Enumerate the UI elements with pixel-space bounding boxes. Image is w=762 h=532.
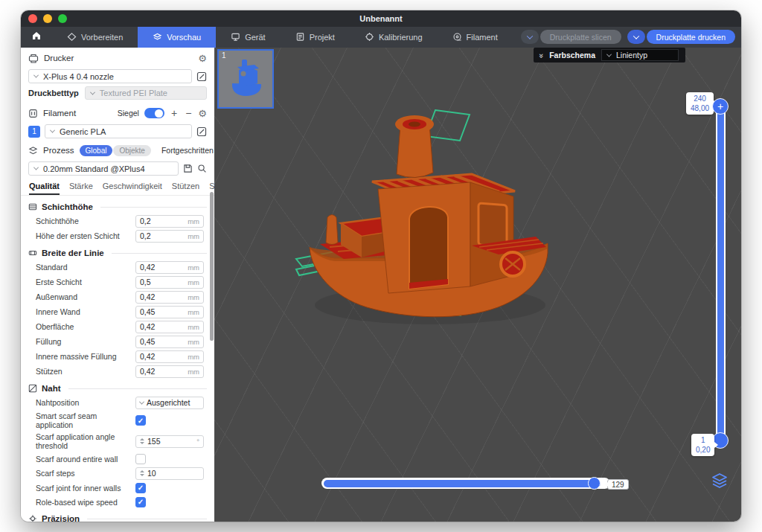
filament-icon <box>452 32 462 43</box>
tab-projekt[interactable]: Projekt <box>281 27 350 48</box>
line-width-first-layer-field[interactable]: 0,5mm <box>135 276 204 289</box>
line-width-default-field[interactable]: 0,42mm <box>135 261 204 274</box>
print-dropdown-button[interactable] <box>627 30 645 44</box>
section-naht: Naht <box>28 384 207 393</box>
settings-tabs: Qualität Stärke Geschwindigkeit Stützen … <box>21 179 214 196</box>
param-row: Innere Wand 0,45mm <box>21 304 214 319</box>
param-row: Nahtposition Ausgerichtet <box>21 395 214 410</box>
tab-kalibrierung[interactable]: Kalibrierung <box>350 27 438 48</box>
printer-preset-select[interactable]: X-Plus 4 0.4 nozzle <box>28 69 192 83</box>
printer-header: Drucker ⚙ <box>21 49 214 67</box>
param-row: Höhe der ersten Schicht 0,2mm <box>21 228 214 243</box>
scarf-steps-spinner[interactable]: 10 <box>135 467 204 480</box>
scope-objects-pill[interactable]: Objekte <box>113 145 150 156</box>
chevron-down-icon <box>50 128 55 133</box>
settings-sidebar: Drucker ⚙ X-Plus 4 0.4 nozzle Druckbettt… <box>21 48 214 522</box>
section-praezision: Präzision <box>28 514 207 522</box>
remove-filament-button[interactable]: − <box>184 108 193 118</box>
step-slider-track[interactable] <box>321 478 610 489</box>
param-row: Scarf application angle threshold 155° <box>21 431 214 452</box>
tab-filament[interactable]: Filament <box>438 27 513 48</box>
role-based-wipe-speed-checkbox[interactable] <box>135 497 146 507</box>
scarf-entire-wall-checkbox[interactable] <box>135 454 146 464</box>
tab-vorschau[interactable]: Vorschau <box>138 27 216 48</box>
bed-type-select[interactable]: Textured PEI Plate <box>85 86 207 100</box>
first-layer-height-field[interactable]: 0,2mm <box>135 230 204 243</box>
layer-slider-bottom-tooltip: 1 0,20 <box>691 434 714 456</box>
layers-icon <box>711 472 729 490</box>
seal-toggle[interactable] <box>144 108 164 118</box>
tab-geraet[interactable]: Gerät <box>216 27 281 48</box>
benchy-model[interactable] <box>289 106 557 329</box>
param-row: Außenwand 0,42mm <box>21 289 214 304</box>
tab-vorbereiten[interactable]: Vorbereiten <box>52 27 138 48</box>
calibration-icon <box>365 32 374 43</box>
tab-geschwindigkeit[interactable]: Geschwindigkeit <box>103 182 162 195</box>
line-width-icon <box>28 249 37 257</box>
bed-type-label: Druckbetttyp <box>28 89 79 97</box>
search-settings-icon[interactable] <box>197 164 207 173</box>
preview-viewport[interactable]: 1 » Farbschema L <box>214 48 741 522</box>
edit-filament-icon[interactable] <box>196 126 207 137</box>
printer-settings-gear-icon[interactable]: ⚙ <box>198 54 207 63</box>
param-row: Scarf joint for inner walls <box>21 481 214 495</box>
param-row: Scarf steps 10 <box>21 466 214 481</box>
tab-staerke[interactable]: Stärke <box>69 182 93 195</box>
slice-split-button: Druckplatte slicen <box>521 30 621 44</box>
plus-icon: + <box>717 101 723 112</box>
spinner-arrows-icon[interactable] <box>140 438 144 444</box>
layers-view-button[interactable] <box>709 470 730 491</box>
add-filament-button[interactable]: + <box>170 108 179 118</box>
advanced-label: Fortgeschritten <box>161 146 214 155</box>
plate-thumbnail[interactable]: 1 <box>217 49 274 109</box>
slice-plate-button[interactable]: Druckplatte slicen <box>540 30 621 44</box>
filament-slot-badge[interactable]: 1 <box>28 126 40 138</box>
sidebar-scrollbar[interactable] <box>210 192 214 341</box>
param-row: Innere massive Füllung 0,42mm <box>21 349 214 364</box>
print-split-button: Druckplatte drucken <box>627 30 735 44</box>
layer-slider-top-handle[interactable]: + <box>712 98 729 115</box>
line-width-outer-wall-field[interactable]: 0,42mm <box>135 291 204 304</box>
precision-icon <box>28 514 37 522</box>
chevron-down-icon <box>606 51 612 57</box>
home-icon <box>31 31 42 44</box>
filament-spool-icon <box>28 109 38 118</box>
seam-position-select[interactable]: Ausgerichtet <box>135 397 204 409</box>
line-width-infill-field[interactable]: 0,45mm <box>135 336 204 348</box>
layer-height-field[interactable]: 0,2mm <box>135 215 204 228</box>
spinner-arrows-icon[interactable] <box>140 470 144 476</box>
param-row: Erste Schicht 0,5mm <box>21 275 214 289</box>
line-width-top-surface-field[interactable]: 0,42mm <box>135 321 204 333</box>
scarf-inner-walls-checkbox[interactable] <box>135 483 146 493</box>
print-plate-button[interactable]: Druckplatte drucken <box>647 30 735 44</box>
tab-stuetzen[interactable]: Stützen <box>172 182 199 195</box>
param-row: Stützen 0,42mm <box>21 364 214 379</box>
app-window: Unbenannt Vorbereiten Vorschau Gerät Pro… <box>21 10 741 522</box>
project-icon <box>295 32 305 43</box>
param-row: Oberfläche 0,42mm <box>21 319 214 334</box>
scarf-angle-threshold-spinner[interactable]: 155° <box>135 435 204 448</box>
edit-printer-icon[interactable] <box>196 71 207 82</box>
step-slider-value: 129 <box>607 479 629 490</box>
smart-scarf-seam-checkbox[interactable] <box>135 415 146 426</box>
filament-settings-gear-icon[interactable]: ⚙ <box>198 109 207 118</box>
slice-dropdown-button[interactable] <box>521 30 539 44</box>
collapse-chevrons-icon[interactable]: » <box>537 54 546 57</box>
scope-global-pill[interactable]: Global <box>80 145 113 156</box>
line-type-select[interactable]: Linientyp <box>601 49 679 61</box>
save-preset-icon[interactable] <box>183 164 193 173</box>
step-slider-handle[interactable] <box>588 477 601 490</box>
tab-qualitaet[interactable]: Qualität <box>29 182 60 195</box>
chevron-down-icon <box>90 89 95 94</box>
title-bar: Unbenannt <box>21 10 741 27</box>
seal-label: Siegel <box>118 109 139 118</box>
chevron-down-icon <box>33 165 39 170</box>
line-width-inner-wall-field[interactable]: 0,45mm <box>135 306 204 318</box>
process-preset-select[interactable]: 0.20mm Standard @XPlus4 <box>28 161 179 176</box>
line-width-solid-infill-field[interactable]: 0,42mm <box>135 350 204 363</box>
filament-preset-select[interactable]: Generic PLA <box>45 124 192 138</box>
home-button[interactable] <box>21 27 52 48</box>
layer-slider-track[interactable] <box>716 104 726 440</box>
line-width-support-field[interactable]: 0,42mm <box>135 365 204 378</box>
param-row: Scarf around entire wall <box>21 452 214 466</box>
